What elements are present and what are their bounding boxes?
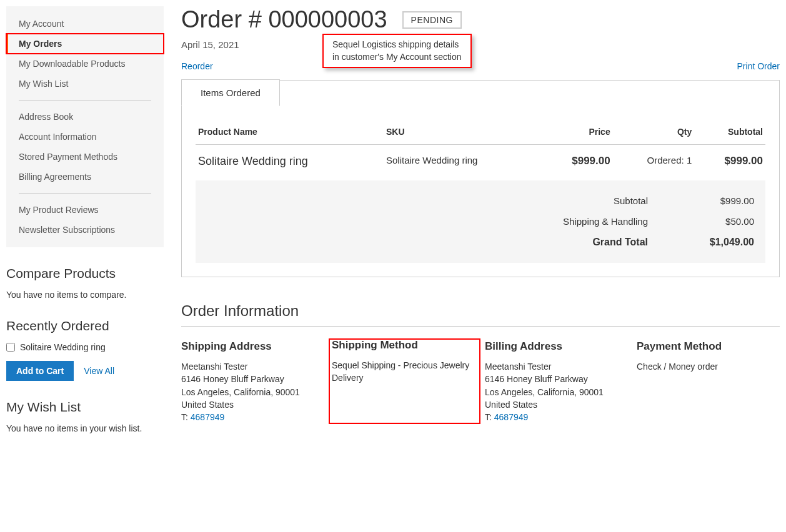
account-nav: My Account My Orders My Downloadable Pro… [6,6,164,247]
callout-line1: Sequel Logistics shipping details [332,39,462,51]
sidebar-item-product-reviews[interactable]: My Product Reviews [6,200,164,220]
shipping-method-block: Shipping Method Sequel Shipping - Precio… [329,339,480,423]
col-subtotal: Subtotal [694,121,765,145]
callout-line2: in customer's My Account section [332,51,462,64]
sidebar-item-downloadable[interactable]: My Downloadable Products [6,54,164,74]
col-product-name: Product Name [196,121,384,145]
col-sku: SKU [384,121,542,145]
grand-total-value: $1,049.00 [698,237,754,248]
item-name: Solitaire Wedding ring [196,145,384,181]
sidebar-item-wishlist[interactable]: My Wish List [6,74,164,94]
sidebar-item-newsletter[interactable]: Newsletter Subscriptions [6,220,164,240]
sidebar-item-my-account[interactable]: My Account [6,14,164,34]
payment-method-title: Payment Method [637,340,780,353]
recent-heading: Recently Ordered [6,318,164,333]
col-qty: Qty [613,121,695,145]
sidebar-item-stored-payment[interactable]: Stored Payment Methods [6,147,164,167]
ship-phone-link[interactable]: 4687949 [191,412,225,422]
bill-phone-link[interactable]: 4687949 [494,412,529,422]
shipping-value: $50.00 [698,216,754,227]
subtotal-label: Subtotal [548,195,648,206]
bill-country: United States [485,400,537,410]
order-date: April 15, 2021 [181,39,780,50]
shipping-method-text: Sequel Shipping - Precious Jewelry Deliv… [332,359,476,385]
table-row: Solitaire Wedding ring Solitaire Wedding… [196,145,765,181]
ship-street: 6146 Honey Bluff Parkway [181,374,284,384]
recent-item-checkbox[interactable] [6,343,15,352]
bill-phone-prefix: T: [485,412,494,422]
bill-name: Meetanshi Tester [485,362,551,372]
payment-method-block: Payment Method Check / Money order [637,340,780,423]
totals-block: Subtotal $999.00 Shipping & Handling $50… [196,180,765,263]
col-price: Price [542,121,613,145]
shipping-method-title: Shipping Method [332,339,476,352]
items-ordered-card: Items Ordered Product Name SKU Price Qty… [181,80,780,277]
ship-name: Meetanshi Tester [181,362,247,372]
annotation-callout: Sequel Logistics shipping details in cus… [322,34,472,68]
shipping-address-block: Shipping Address Meetanshi Tester 6146 H… [181,340,324,423]
ship-phone-prefix: T: [181,412,191,422]
recently-ordered-block: Recently Ordered Solitaire Wedding ring … [6,318,164,381]
items-table: Product Name SKU Price Qty Subtotal Soli… [196,121,765,180]
ship-city: Los Angeles, California, 90001 [181,387,300,397]
sidebar-item-account-info[interactable]: Account Information [6,127,164,147]
view-all-link[interactable]: View All [84,366,114,376]
compare-heading: Compare Products [6,266,164,281]
status-badge: PENDING [402,11,462,29]
recent-item-label: Solitaire Wedding ring [20,342,106,352]
wishlist-block: My Wish List You have no items in your w… [6,400,164,433]
bill-street: 6146 Honey Bluff Parkway [485,374,588,384]
grand-total-label: Grand Total [548,237,648,248]
print-order-link[interactable]: Print Order [737,61,780,71]
wishlist-empty-text: You have no items in your wish list. [6,423,164,433]
add-to-cart-button[interactable]: Add to Cart [6,361,74,381]
item-price: $999.00 [542,145,613,181]
billing-address-block: Billing Address Meetanshi Tester 6146 Ho… [485,340,628,423]
item-sku: Solitaire Wedding ring [384,145,542,181]
payment-method-text: Check / Money order [637,360,780,373]
billing-address-title: Billing Address [485,340,628,353]
item-qty: Ordered: 1 [613,145,695,181]
tab-items-ordered[interactable]: Items Ordered [181,79,280,106]
ship-country: United States [181,400,234,410]
sidebar-divider [19,193,151,194]
sidebar-item-my-orders[interactable]: My Orders [6,34,164,54]
compare-products-block: Compare Products You have no items to co… [6,266,164,300]
bill-city: Los Angeles, California, 90001 [485,387,604,397]
page-title: Order # 000000003 [181,6,387,33]
order-info-heading: Order Information [181,302,780,327]
reorder-link[interactable]: Reorder [181,61,213,71]
compare-empty-text: You have no items to compare. [6,290,164,300]
shipping-address-title: Shipping Address [181,340,324,353]
sidebar-item-billing-agreements[interactable]: Billing Agreements [6,167,164,187]
sidebar-item-address-book[interactable]: Address Book [6,107,164,127]
subtotal-value: $999.00 [698,195,754,206]
sidebar-divider [19,100,151,101]
item-subtotal: $999.00 [694,145,765,181]
wishlist-heading: My Wish List [6,400,164,415]
shipping-label: Shipping & Handling [548,216,648,227]
